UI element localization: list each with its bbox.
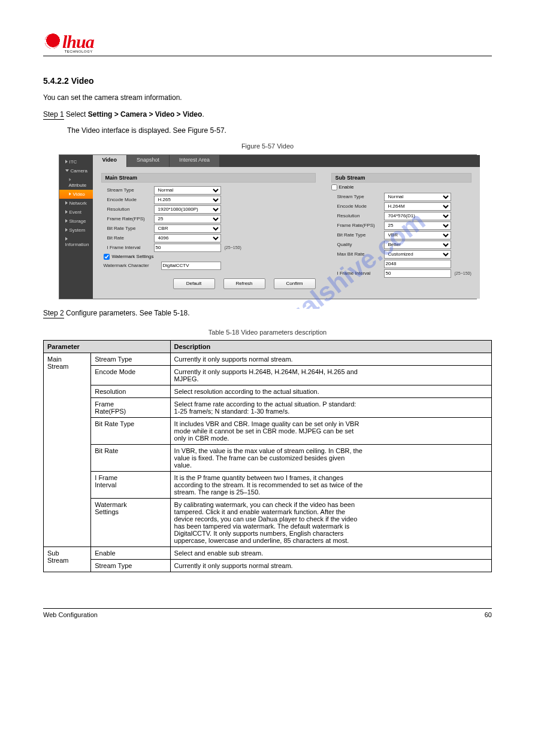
section-heading: 5.4.2.2 Video: [43, 74, 492, 87]
section-title: Video: [71, 76, 94, 86]
sidebar-item-event[interactable]: Event: [59, 208, 93, 217]
step-2-label: Step 2: [43, 309, 64, 318]
watermark-char-input[interactable]: [161, 262, 221, 270]
sub-brtype-label: Bit Rate Type: [331, 232, 384, 238]
sub-resolution-select[interactable]: 704*576(D1): [384, 212, 451, 220]
main-stream-type-select[interactable]: Normal: [154, 186, 221, 195]
default-button[interactable]: Default: [173, 278, 215, 289]
footer-left: Web Configuration: [43, 611, 98, 618]
main-encode-label: Encode Mode: [101, 197, 154, 202]
row-watermark-p: Watermark Settings: [91, 499, 170, 547]
refresh-button[interactable]: Refresh: [223, 278, 265, 289]
sidebar-item-storage[interactable]: Storage: [59, 217, 93, 226]
sidebar-item-information[interactable]: Information: [59, 235, 93, 249]
main-stream-header: Main Stream: [101, 173, 316, 183]
step-2-block: Step 2 Configure parameters. See Table 5…: [43, 308, 492, 338]
main-resolution-select[interactable]: 1920*1080(1080P): [154, 205, 221, 214]
logo-burst-icon: [43, 32, 61, 50]
main-fps-select[interactable]: 25: [154, 215, 221, 223]
sidebar-item-itc[interactable]: ITC: [59, 157, 93, 166]
row-sub-stream-type-p: Stream Type: [91, 560, 170, 572]
th-description: Description: [170, 341, 491, 353]
main-encode-select[interactable]: H.265: [154, 196, 221, 204]
main-bitrate-select[interactable]: 4096: [154, 234, 221, 242]
th-parameter: Parameter: [44, 341, 171, 353]
row-encode-p: Encode Mode: [91, 366, 170, 385]
config-panel: Main Stream Stream Type Normal Encode Mo…: [93, 167, 480, 299]
sub-quality-label: Quality: [331, 242, 384, 247]
watermark-checkbox-label: Watermark Settings: [112, 254, 154, 259]
footer-page-number: 60: [485, 611, 492, 618]
group-sub-stream: Sub Stream: [44, 547, 91, 572]
row-stream-type-d: Currently it only supports normal stream…: [170, 353, 491, 366]
sub-encode-select[interactable]: H.264M: [384, 202, 451, 211]
row-enable-p: Enable: [91, 547, 170, 560]
config-sidebar: ITC Camera Attribute Video Network Event…: [59, 155, 93, 299]
row-ifi-p: I Frame Interval: [91, 472, 170, 499]
sub-enable-checkbox[interactable]: [331, 184, 337, 190]
figure-caption: Figure 5-57 Video: [43, 141, 492, 152]
sidebar-item-camera[interactable]: Camera: [59, 166, 93, 175]
main-fps-label: Frame Rate(FPS): [101, 216, 154, 221]
table-caption: Table 5-18 Video parameters description: [43, 327, 492, 338]
sidebar-item-system[interactable]: System: [59, 226, 93, 235]
sub-stream-type-label: Stream Type: [331, 194, 384, 199]
sub-encode-label: Encode Mode: [331, 204, 384, 209]
row-resolution-p: Resolution: [91, 385, 170, 398]
step-1-label: Step 1: [43, 110, 64, 120]
logo: lhua TECHNOLOGY: [43, 30, 94, 53]
row-bitrate-d: In VBR, the value is the max value of st…: [170, 445, 491, 472]
config-tabs: Video Snapshot Interest Area: [93, 155, 480, 167]
sub-quality-select[interactable]: Better: [384, 241, 451, 249]
parameter-table: Parameter Description Main Stream Stream…: [43, 340, 492, 572]
main-stream-type-label: Stream Type: [101, 187, 154, 193]
config-main: Video Snapshot Interest Area Main Stream…: [93, 155, 480, 299]
sub-stream-type-select[interactable]: Normal: [384, 193, 451, 201]
confirm-button[interactable]: Confirm: [274, 278, 316, 289]
row-enable-d: Select and enable sub stream.: [170, 547, 491, 560]
logo-text: lhua: [62, 32, 94, 51]
page-header: lhua TECHNOLOGY: [43, 30, 492, 56]
row-sub-stream-type-d: Currently it only supports normal stream…: [170, 560, 491, 572]
sidebar-item-attribute[interactable]: Attribute: [59, 175, 93, 190]
watermark-checkbox[interactable]: [104, 254, 110, 260]
row-encode-d: Currently it only supports H.264B, H.264…: [170, 366, 491, 385]
intro-text: You can set the camera stream informatio…: [43, 92, 492, 104]
video-config-screenshot: manualshive.com ITC Camera Attribute Vid…: [59, 154, 477, 299]
group-main-stream: Main Stream: [44, 353, 91, 547]
sub-fps-label: Frame Rate(FPS): [331, 223, 384, 228]
main-brtype-label: Bit Rate Type: [101, 226, 154, 231]
row-brtype-p: Bit Rate Type: [91, 418, 170, 445]
sub-ifi-label: I Frame Interval: [331, 271, 384, 276]
sub-brtype-select[interactable]: VBR: [384, 231, 451, 239]
main-ifi-label: I Frame Interval: [101, 245, 154, 250]
tab-snapshot[interactable]: Snapshot: [127, 155, 169, 167]
row-stream-type-p: Stream Type: [91, 353, 170, 366]
sub-maxbr-label: Max Bit Rate: [331, 251, 384, 257]
page-footer: Web Configuration 60: [43, 608, 492, 618]
main-brtype-select[interactable]: CBR: [154, 224, 221, 233]
row-watermark-d: By calibrating watermark, you can check …: [170, 499, 491, 547]
sub-stream-column: Sub Stream Enable Stream Type Normal Enc…: [331, 173, 471, 289]
row-fps-d: Select frame rate according to the actua…: [170, 398, 491, 418]
sidebar-item-network[interactable]: Network: [59, 199, 93, 208]
step-1: Step 1 Select Setting > Camera > Video >…: [43, 109, 492, 120]
row-brtype-d: It includes VBR and CBR. Image quality c…: [170, 418, 491, 445]
tab-video[interactable]: Video: [93, 155, 126, 167]
watermark-char-label: Watermark Character: [101, 263, 161, 268]
sub-enable-label: Enable: [339, 184, 354, 190]
main-ifi-input[interactable]: [154, 244, 221, 252]
sub-stream-header: Sub Stream: [331, 173, 471, 183]
sub-ifi-input[interactable]: [384, 269, 451, 278]
tab-interest-area[interactable]: Interest Area: [170, 155, 219, 167]
sub-resolution-label: Resolution: [331, 213, 384, 218]
sub-maxbr-select[interactable]: Customized: [384, 250, 451, 259]
interface-text: The Video interface is displayed. See Fi…: [43, 125, 492, 136]
main-ifi-hint: (25~150): [225, 245, 241, 250]
sub-maxbr-value-input[interactable]: [384, 260, 451, 268]
row-fps-p: Frame Rate(FPS): [91, 398, 170, 418]
sidebar-item-video[interactable]: Video: [59, 190, 93, 199]
row-resolution-d: Select resolution according to the actua…: [170, 385, 491, 398]
sub-fps-select[interactable]: 25: [384, 221, 451, 230]
step-2: Step 2 Configure parameters. See Table 5…: [43, 308, 492, 319]
